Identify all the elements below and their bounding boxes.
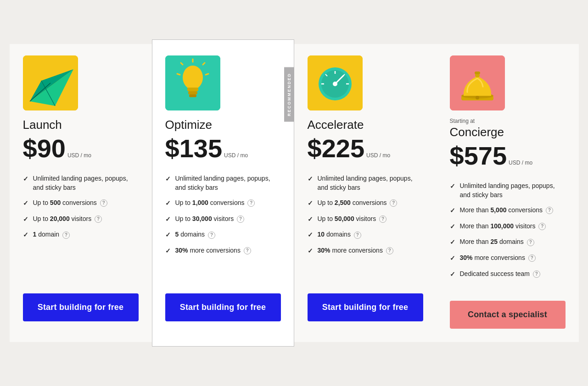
list-item: ✓ 1 domain ?	[23, 230, 139, 240]
concierge-price-unit: USD / mo	[509, 160, 532, 166]
help-icon[interactable]: ?	[527, 239, 534, 246]
optimize-icon	[165, 55, 220, 110]
check-icon: ✓	[308, 231, 313, 240]
help-icon[interactable]: ?	[95, 215, 102, 223]
svg-rect-7	[187, 88, 198, 91]
svg-rect-29	[475, 72, 480, 74]
check-icon: ✓	[165, 215, 171, 224]
list-item: ✓ Up to 2,500 conversions ?	[308, 199, 423, 208]
svg-point-6	[183, 66, 203, 89]
help-icon[interactable]: ?	[247, 199, 255, 207]
launch-price-row: $90 USD / mo	[23, 136, 139, 161]
accelerate-price: $225	[308, 136, 365, 161]
check-icon: ✓	[450, 254, 455, 263]
list-item: ✓ Dedicated success team ?	[450, 270, 566, 279]
check-icon: ✓	[450, 222, 455, 232]
concierge-plan-name: Concierge	[450, 125, 566, 139]
list-item: ✓ More than 5,000 conversions ?	[450, 206, 566, 215]
concierge-features: ✓ Unlimited landing pages, popups, and s…	[450, 182, 566, 282]
check-icon: ✓	[308, 215, 313, 224]
list-item: ✓ 30% more conversions ?	[165, 246, 281, 256]
optimize-cta-button[interactable]: Start building for free	[165, 293, 281, 321]
launch-features: ✓ Unlimited landing pages, popups, and s…	[23, 174, 139, 275]
help-icon[interactable]: ?	[244, 247, 251, 254]
check-icon: ✓	[23, 199, 28, 208]
check-icon: ✓	[450, 238, 455, 247]
list-item: ✓ 10 domains ?	[308, 230, 423, 240]
list-item: ✓ Unlimited landing pages, popups, and s…	[165, 174, 281, 192]
check-icon: ✓	[23, 215, 28, 224]
check-icon: ✓	[165, 199, 171, 208]
plan-accelerate: Accelerate $225 USD / mo ✓ Unlimited lan…	[294, 44, 437, 342]
accelerate-plan-name: Accelerate	[308, 118, 423, 132]
concierge-cta-button[interactable]: Contact a specialist	[450, 301, 566, 329]
help-icon[interactable]: ?	[386, 247, 393, 254]
check-icon: ✓	[308, 199, 313, 208]
help-icon[interactable]: ?	[546, 207, 553, 214]
help-icon[interactable]: ?	[208, 232, 215, 239]
help-icon[interactable]: ?	[237, 215, 244, 223]
list-item: ✓ Unlimited landing pages, popups, and s…	[450, 182, 566, 199]
svg-point-24	[333, 82, 337, 86]
concierge-starting-at: Starting at	[450, 118, 566, 124]
list-item: ✓ Up to 500 conversions ?	[23, 199, 139, 208]
pricing-grid: Launch $90 USD / mo ✓ Unlimited landing …	[10, 44, 579, 342]
help-icon[interactable]: ?	[528, 254, 536, 262]
optimize-price-unit: USD / mo	[224, 152, 248, 159]
launch-cta-button[interactable]: Start building for free	[23, 293, 139, 321]
plan-concierge: Starting at Concierge $575 USD / mo ✓ Un…	[437, 44, 579, 342]
check-icon: ✓	[165, 231, 171, 240]
concierge-icon	[450, 55, 505, 110]
optimize-plan-name: Optimize	[165, 118, 281, 132]
list-item: ✓ Up to 50,000 visitors ?	[308, 215, 423, 224]
svg-line-14	[177, 74, 180, 75]
list-item: ✓ More than 25 domains ?	[450, 237, 566, 247]
help-icon[interactable]: ?	[538, 223, 546, 230]
concierge-price: $575	[450, 143, 507, 169]
plan-optimize: RECOMMENDED Optimize $135 USD / mo	[152, 39, 294, 347]
check-icon: ✓	[450, 270, 455, 279]
accelerate-price-row: $225 USD / mo	[308, 136, 423, 161]
check-icon: ✓	[450, 182, 455, 191]
check-icon: ✓	[23, 175, 28, 184]
help-icon[interactable]: ?	[379, 215, 386, 223]
launch-icon	[23, 55, 78, 110]
help-icon[interactable]: ?	[533, 270, 540, 278]
optimize-features: ✓ Unlimited landing pages, popups, and s…	[165, 174, 281, 275]
list-item: ✓ More than 100,000 visitors ?	[450, 222, 566, 232]
launch-price: $90	[23, 136, 66, 161]
svg-rect-9	[189, 94, 196, 97]
help-icon[interactable]: ?	[100, 199, 107, 207]
optimize-price: $135	[165, 136, 223, 161]
check-icon: ✓	[308, 247, 313, 256]
list-item: ✓ Unlimited landing pages, popups, and s…	[23, 174, 139, 192]
list-item: ✓ Up to 20,000 visitors ?	[23, 215, 139, 224]
launch-price-unit: USD / mo	[67, 152, 91, 159]
svg-rect-8	[188, 91, 197, 94]
list-item: ✓ Up to 30,000 visitors ?	[165, 215, 281, 224]
check-icon: ✓	[450, 206, 455, 215]
list-item: ✓ 30% more conversions ?	[308, 246, 423, 256]
accelerate-price-unit: USD / mo	[366, 152, 390, 159]
recommended-badge: RECOMMENDED	[284, 67, 294, 122]
accelerate-cta-button[interactable]: Start building for free	[308, 293, 423, 321]
check-icon: ✓	[165, 175, 171, 184]
list-item: ✓ Up to 1,000 conversions ?	[165, 199, 281, 208]
list-item: ✓ 30% more conversions ?	[450, 254, 566, 263]
list-item: ✓ 5 domains ?	[165, 230, 281, 240]
plan-launch: Launch $90 USD / mo ✓ Unlimited landing …	[10, 44, 152, 342]
launch-plan-name: Launch	[23, 118, 139, 132]
svg-point-30	[476, 96, 479, 99]
concierge-price-row: $575 USD / mo	[450, 143, 566, 169]
svg-line-13	[206, 74, 208, 75]
check-icon: ✓	[308, 175, 313, 184]
check-icon: ✓	[23, 231, 28, 240]
help-icon[interactable]: ?	[62, 232, 70, 239]
accelerate-icon	[308, 55, 363, 110]
help-icon[interactable]: ?	[390, 199, 397, 207]
help-icon[interactable]: ?	[354, 232, 361, 239]
check-icon: ✓	[165, 247, 171, 256]
optimize-price-row: $135 USD / mo	[165, 136, 281, 161]
accelerate-features: ✓ Unlimited landing pages, popups, and s…	[308, 174, 423, 275]
list-item: ✓ Unlimited landing pages, popups, and s…	[308, 174, 423, 192]
